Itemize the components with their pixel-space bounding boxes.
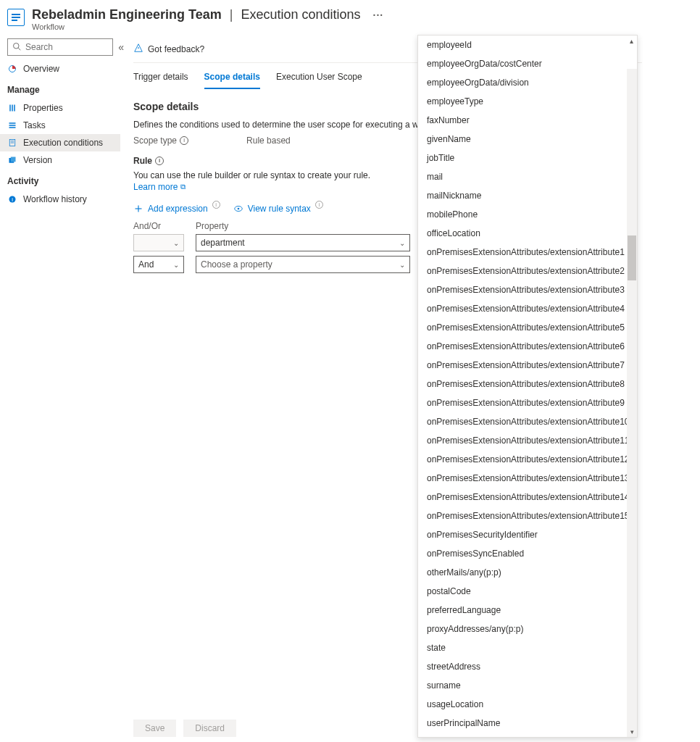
dropdown-item[interactable]: onPremisesExtensionAttributes/extensionA… <box>418 450 637 469</box>
tab-scope-details[interactable]: Scope details <box>204 64 260 89</box>
add-expression-label: Add expression <box>148 204 208 214</box>
dropdown-item[interactable]: employeeOrgData/division <box>418 73 637 92</box>
svg-line-4 <box>18 48 20 50</box>
svg-rect-16 <box>11 157 16 162</box>
dropdown-item[interactable]: onPremisesExtensionAttributes/extensionA… <box>418 412 637 431</box>
dropdown-item[interactable]: onPremisesExtensionAttributes/extensionA… <box>418 375 637 393</box>
dropdown-item[interactable]: surname <box>418 676 637 695</box>
property-select[interactable]: department ⌄ <box>196 234 410 251</box>
dropdown-item[interactable]: onPremisesSecurityIdentifier <box>418 525 637 544</box>
dropdown-item[interactable]: employeeType <box>418 92 637 111</box>
version-icon <box>7 156 17 164</box>
dropdown-item[interactable]: onPremisesExtensionAttributes/extensionA… <box>418 318 637 337</box>
dropdown-item[interactable]: givenName <box>418 130 637 149</box>
learn-more-link[interactable]: Learn more ⧉ <box>133 182 186 192</box>
dropdown-item[interactable]: userPrincipalName <box>418 714 637 733</box>
svg-rect-6 <box>9 105 11 112</box>
property-dropdown: ▴ employeeIdemployeeOrgData/costCenterem… <box>417 35 638 738</box>
nav-section-manage: Manage <box>0 78 120 99</box>
tasks-icon <box>7 121 17 130</box>
dropdown-item[interactable]: onPremisesExtensionAttributes/extensionA… <box>418 507 637 525</box>
info-icon[interactable]: i <box>155 157 164 165</box>
dropdown-item[interactable]: state <box>418 638 637 657</box>
svg-point-19 <box>138 47 139 49</box>
nav-properties[interactable]: Properties <box>0 99 120 117</box>
discard-button[interactable]: Discard <box>183 720 236 737</box>
dropdown-item[interactable]: onPremisesExtensionAttributes/extensionA… <box>418 299 637 318</box>
dropdown-item[interactable]: onPremisesExtensionAttributes/extensionA… <box>418 469 637 488</box>
dropdown-item[interactable]: onPremisesExtensionAttributes/extensionA… <box>418 262 637 280</box>
dropdown-item[interactable]: onPremisesExtensionAttributes/extensionA… <box>418 337 637 356</box>
scroll-down-icon[interactable]: ▾ <box>627 728 637 735</box>
overview-icon <box>7 64 17 73</box>
nav-workflow-history[interactable]: i Workflow history <box>0 191 120 208</box>
dropdown-scrollbar[interactable]: ▾ <box>627 69 637 737</box>
nav-version[interactable]: Version <box>0 151 120 169</box>
dropdown-item[interactable]: faxNumber <box>418 111 637 130</box>
dropdown-item[interactable]: onPremisesExtensionAttributes/extensionA… <box>418 431 637 450</box>
nav-label: Version <box>23 155 52 165</box>
property-select[interactable]: Choose a property ⌄ <box>196 256 410 273</box>
dropdown-item[interactable]: postalCode <box>418 582 637 601</box>
svg-rect-10 <box>9 125 16 126</box>
scrollbar-thumb[interactable] <box>628 235 636 280</box>
search-icon <box>12 42 21 53</box>
chevron-down-icon: ⌄ <box>399 261 405 269</box>
dropdown-item[interactable]: usageLocation <box>418 695 637 714</box>
tab-trigger-details[interactable]: Trigger details <box>133 64 188 89</box>
dropdown-item[interactable]: mailNickname <box>418 186 637 205</box>
scroll-up-icon[interactable]: ▴ <box>630 37 633 45</box>
more-actions-button[interactable]: ··· <box>373 9 384 21</box>
nav-label: Tasks <box>23 120 46 130</box>
add-expression-button[interactable]: Add expression i <box>133 204 220 214</box>
view-syntax-label: View rule syntax <box>248 204 311 214</box>
dropdown-item[interactable]: otherMails/any(p:p) <box>418 563 637 582</box>
nav-overview[interactable]: Overview <box>0 60 120 78</box>
dropdown-item[interactable]: onPremisesExtensionAttributes/extensionA… <box>418 356 637 375</box>
dropdown-item[interactable]: onPremisesExtensionAttributes/extensionA… <box>418 488 637 507</box>
workflow-icon <box>7 9 25 26</box>
breadcrumb-current: Execution conditions <box>241 7 360 22</box>
page-title: Rebeladmin Engineering Team | Execution … <box>32 7 383 22</box>
tab-execution-user-scope[interactable]: Execution User Scope <box>276 64 362 89</box>
page-subtitle: Workflow <box>32 22 383 31</box>
dropdown-item[interactable]: onPremisesExtensionAttributes/extensionA… <box>418 280 637 299</box>
svg-rect-7 <box>12 105 13 112</box>
info-icon: i <box>7 195 17 204</box>
svg-rect-2 <box>12 20 17 21</box>
feedback-icon <box>133 43 143 55</box>
nav-tasks[interactable]: Tasks <box>0 117 120 134</box>
dropdown-item[interactable]: onPremisesExtensionAttributes/extensionA… <box>418 243 637 262</box>
svg-rect-1 <box>12 17 20 18</box>
chevron-down-icon: ⌄ <box>173 239 179 247</box>
dropdown-item[interactable]: streetAddress <box>418 657 637 676</box>
andor-select[interactable]: ⌄ <box>133 234 184 251</box>
info-icon[interactable]: i <box>180 136 188 145</box>
dropdown-item[interactable]: preferredLanguage <box>418 601 637 620</box>
dropdown-item[interactable]: employeeId <box>418 36 637 54</box>
dropdown-item[interactable]: userType <box>418 733 637 737</box>
svg-rect-11 <box>9 127 16 128</box>
dropdown-item[interactable]: onPremisesExtensionAttributes/extensionA… <box>418 393 637 412</box>
svg-rect-0 <box>12 14 20 15</box>
dropdown-item[interactable]: jobTitle <box>418 149 637 167</box>
chevron-down-icon: ⌄ <box>399 239 405 247</box>
svg-rect-8 <box>14 105 15 112</box>
info-icon[interactable]: i <box>315 201 323 209</box>
dropdown-item[interactable]: employeeOrgData/costCenter <box>418 54 637 73</box>
save-button[interactable]: Save <box>133 720 176 737</box>
nav-execution-conditions[interactable]: Execution conditions <box>0 134 120 151</box>
property-value: department <box>201 238 245 248</box>
dropdown-item[interactable]: mobilePhone <box>418 205 637 224</box>
dropdown-item[interactable]: proxyAddresses/any(p:p) <box>418 620 637 638</box>
dropdown-item[interactable]: officeLocation <box>418 224 637 243</box>
dropdown-item[interactable]: onPremisesSyncEnabled <box>418 544 637 563</box>
info-icon[interactable]: i <box>212 201 220 209</box>
view-rule-syntax-button[interactable]: View rule syntax i <box>233 204 323 214</box>
svg-rect-9 <box>9 122 16 124</box>
search-box[interactable]: « <box>7 38 113 56</box>
dropdown-item[interactable]: mail <box>418 167 637 186</box>
sidebar: « Overview Manage Properties Tasks Ex <box>0 36 120 742</box>
feedback-label: Got feedback? <box>148 44 204 54</box>
andor-select[interactable]: And ⌄ <box>133 256 184 273</box>
